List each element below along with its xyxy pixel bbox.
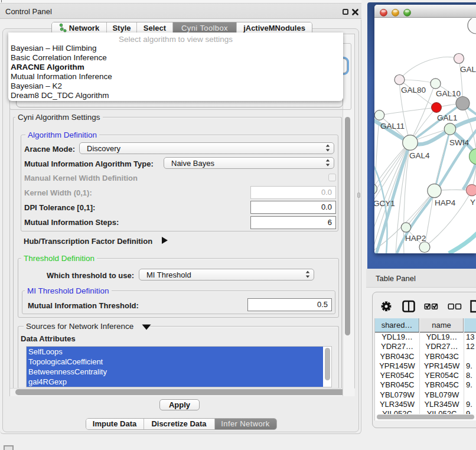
svg-text:GAL80: GAL80 (401, 86, 426, 94)
svg-text:SWI4: SWI4 (449, 138, 469, 147)
svg-text:GAL7: GAL7 (460, 65, 476, 74)
svg-text:HAP4: HAP4 (435, 198, 456, 207)
svg-text:GAL10: GAL10 (436, 89, 461, 98)
svg-text:GAL4: GAL4 (409, 151, 430, 160)
svg-text:GAL1: GAL1 (437, 113, 458, 122)
svg-text:HAP2: HAP2 (405, 234, 426, 243)
svg-text:Y: Y (470, 198, 475, 207)
svg-text:GCY1: GCY1 (374, 199, 395, 208)
svg-text:GAL11: GAL11 (380, 122, 405, 131)
